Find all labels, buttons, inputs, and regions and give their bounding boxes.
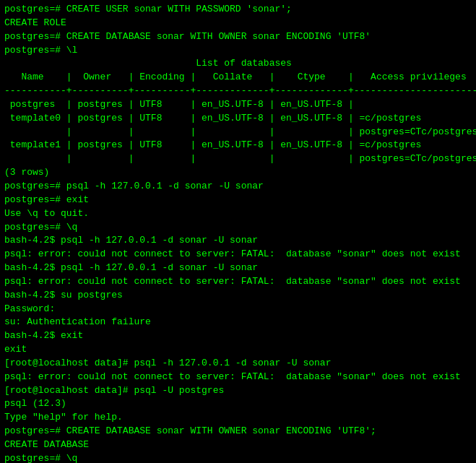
terminal-line: psql: error: could not connect to server… — [4, 248, 472, 261]
terminal-line: Name | Owner | Encoding | Collate | Ctyp… — [4, 71, 472, 85]
terminal-line: postgres=# \q — [4, 221, 472, 235]
terminal-line: CREATE DATABASE — [4, 438, 472, 452]
terminal-line: bash-4.2$ su postgres — [4, 289, 472, 303]
terminal-window: postgres=# CREATE USER sonar WITH PASSWO… — [0, 0, 476, 463]
terminal-line: [root@localhost data]# psql -h 127.0.0.1… — [4, 357, 472, 371]
terminal-line: postgres=# CREATE USER sonar WITH PASSWO… — [4, 3, 472, 17]
terminal-line: psql: error: could not connect to server… — [4, 371, 472, 384]
terminal-line: Type "help" for help. — [4, 411, 472, 425]
terminal-line: bash-4.2$ psql -h 127.0.0.1 -d sonar -U … — [4, 234, 472, 248]
terminal-line: | | | | | postgres=CTc/postgres — [4, 126, 472, 139]
terminal-line: Use \q to quit. — [4, 207, 472, 221]
terminal-line: exit — [4, 343, 472, 357]
terminal-line: postgres=# exit — [4, 194, 472, 207]
terminal-output: postgres=# CREATE USER sonar WITH PASSWO… — [4, 3, 472, 463]
terminal-line: CREATE ROLE — [4, 17, 472, 30]
terminal-line: psql: error: could not connect to server… — [4, 275, 472, 289]
terminal-line: postgres | postgres | UTF8 | en_US.UTF-8… — [4, 98, 472, 112]
terminal-line: bash-4.2$ exit — [4, 329, 472, 343]
terminal-line: postgres=# \q — [4, 452, 472, 463]
terminal-line: [root@localhost data]# psql -U postgres — [4, 384, 472, 398]
terminal-line: postgres=# \l — [4, 44, 472, 58]
terminal-line: Password: — [4, 303, 472, 316]
terminal-line: postgres=# CREATE DATABASE sonar WITH OW… — [4, 30, 472, 44]
terminal-line: template1 | postgres | UTF8 | en_US.UTF-… — [4, 139, 472, 152]
terminal-line: bash-4.2$ psql -h 127.0.0.1 -d sonar -U … — [4, 261, 472, 275]
terminal-line: postgres=# CREATE DATABASE sonar WITH OW… — [4, 425, 472, 438]
terminal-line: | | | | | postgres=CTc/postgres — [4, 152, 472, 166]
terminal-line: -----------+----------+----------+------… — [4, 85, 472, 98]
terminal-line: List of databases — [4, 57, 472, 71]
terminal-line: template0 | postgres | UTF8 | en_US.UTF-… — [4, 112, 472, 126]
terminal-line: postgres=# psql -h 127.0.0.1 -d sonar -U… — [4, 180, 472, 194]
terminal-line: psql (12.3) — [4, 397, 472, 411]
terminal-line: (3 rows) — [4, 166, 472, 180]
terminal-line: su: Authentication failure — [4, 316, 472, 329]
